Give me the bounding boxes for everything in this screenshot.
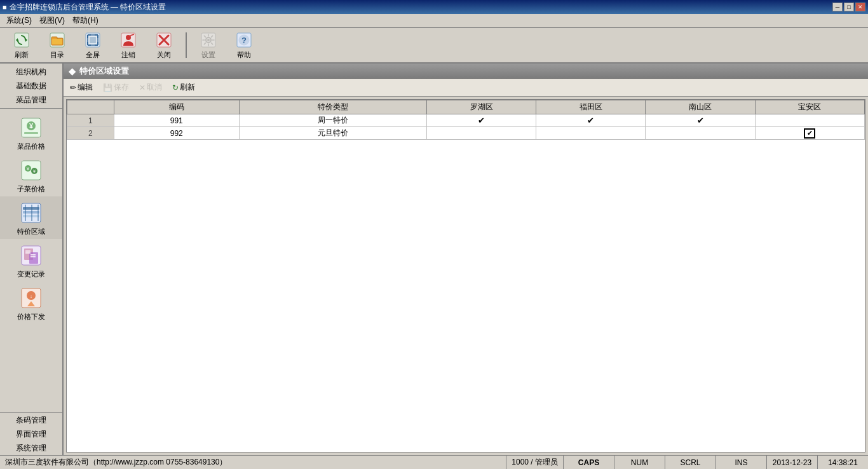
row1-nanshan[interactable]: ✔: [646, 114, 755, 127]
toolbar-help-button[interactable]: ? 帮助: [227, 30, 261, 60]
toolbar-fullscreen-button[interactable]: 全屏: [76, 30, 109, 60]
row2-luohu[interactable]: [426, 127, 536, 140]
submenu-icon: ¥ ¥: [18, 158, 44, 183]
sidebar-top-section: 组织机构 基础数据 菜品管理: [0, 64, 62, 109]
titlebar: ■ 金宇招牌连锁店后台管理系统 — 特价区域设置 ─ □ ✕: [0, 0, 868, 14]
row1-baoan[interactable]: [755, 114, 864, 127]
toolbar-logout-label: 注销: [121, 50, 135, 60]
toolbar-separator: [186, 32, 187, 58]
toolbar-refresh-label: 刷新: [15, 50, 29, 60]
toolbar-logout-button[interactable]: 注销: [112, 30, 145, 60]
toolbar-settings-label: 设置: [201, 50, 215, 60]
app-icon: ■: [3, 3, 7, 11]
row2-baoan-cell[interactable]: ✔: [755, 127, 864, 140]
help-icon: ?: [235, 31, 253, 49]
toolbar-catalog-button[interactable]: 目录: [41, 30, 74, 60]
toolbar-refresh-button[interactable]: 刷新: [5, 30, 38, 60]
panel-refresh-label: 刷新: [180, 82, 195, 93]
sidebar-item-pricepush[interactable]: ↓ 价格下发: [0, 282, 62, 324]
col-nanshan: 南山区: [646, 100, 755, 114]
toolbar-fullscreen-label: 全屏: [86, 50, 100, 60]
svg-rect-9: [90, 37, 96, 43]
toolbar-help-label: 帮助: [237, 50, 251, 60]
svg-text:¥: ¥: [32, 168, 36, 174]
menu-view[interactable]: 视图(V): [36, 14, 69, 27]
sidebar-item-sysmanage[interactable]: 系统管理: [0, 441, 62, 455]
folder-icon: [48, 31, 66, 49]
status-user-info: 1000 / 管理员: [506, 456, 563, 469]
sidebar-item-dishprice-label: 菜品价格: [17, 142, 45, 151]
row1-futian[interactable]: ✔: [536, 114, 646, 127]
table-row[interactable]: 1 991 周一特价 ✔ ✔ ✔: [67, 114, 865, 127]
row2-futian[interactable]: [536, 127, 646, 140]
sidebar-item-dishprice[interactable]: ¥ 菜品价格: [0, 111, 62, 154]
toolbar-close-label: 关闭: [157, 50, 171, 60]
svg-rect-26: [22, 161, 41, 180]
close-icon: [155, 31, 173, 49]
minimize-button[interactable]: ─: [832, 3, 843, 11]
changelog-icon: [18, 243, 44, 268]
menu-help[interactable]: 帮助(H): [69, 14, 102, 27]
row2-type: 元旦特价: [239, 127, 426, 140]
svg-rect-37: [29, 252, 38, 264]
toolbar: 刷新 目录 全屏: [0, 28, 868, 64]
row2-nanshan[interactable]: [646, 127, 755, 140]
toolbar-settings-button: 设置: [192, 30, 225, 60]
panel-toolbar: ✏ 编辑 💾 保存 ✕ 取消 ↻ 刷新: [64, 79, 868, 97]
svg-text:↓: ↓: [30, 293, 33, 299]
main-layout: 组织机构 基础数据 菜品管理 ¥ 菜品价格: [0, 64, 868, 455]
sidebar-item-special[interactable]: 特价区域: [0, 196, 62, 239]
panel-header: ◆ 特价区域设置: [64, 64, 868, 79]
col-luohu: 罗湖区: [426, 100, 536, 114]
sidebar-item-changelog-label: 变更记录: [17, 269, 45, 279]
col-baoan: 宝安区: [755, 100, 864, 114]
panel-cancel-button: ✕ 取消: [135, 81, 166, 95]
sidebar-item-special-label: 特价区域: [17, 227, 45, 236]
close-button[interactable]: ✕: [855, 3, 865, 11]
sidebar-item-submenu[interactable]: ¥ ¥ 子菜价格: [0, 154, 62, 196]
status-scrl: SCRL: [665, 456, 715, 469]
panel-edit-label: 编辑: [78, 82, 93, 93]
panel-edit-button[interactable]: ✏ 编辑: [66, 81, 97, 95]
sidebar-item-pricepush-label: 价格下发: [17, 312, 45, 322]
sidebar-item-basedata[interactable]: 基础数据: [0, 79, 62, 93]
svg-point-18: [207, 39, 210, 41]
titlebar-title: ■ 金宇招牌连锁店后台管理系统 — 特价区域设置: [3, 2, 166, 13]
sidebar-item-changelog[interactable]: 变更记录: [0, 239, 62, 282]
sidebar-item-barcode[interactable]: 条码管理: [0, 413, 62, 427]
toolbar-close-button[interactable]: 关闭: [147, 30, 180, 60]
menu-system[interactable]: 系统(S): [3, 14, 36, 27]
status-num: NUM: [614, 456, 665, 469]
sidebar-item-submenu-label: 子菜价格: [17, 184, 45, 194]
status-time: 14:38:21: [817, 456, 868, 469]
sidebar-spacer: [0, 324, 62, 412]
status-main-text: 深圳市三度软件有限公司（http://www.jzzp.com 0755-836…: [0, 457, 506, 468]
sidebar-item-uimanage[interactable]: 界面管理: [0, 427, 62, 441]
sidebar-item-org[interactable]: 组织机构: [0, 65, 62, 79]
sidebar-item-dishmanage[interactable]: 菜品管理: [0, 93, 62, 107]
maximize-button[interactable]: □: [844, 3, 854, 11]
panel-header-icon: ◆: [69, 66, 76, 76]
fullscreen-icon: [84, 31, 102, 49]
statusbar: 深圳市三度软件有限公司（http://www.jzzp.com 0755-836…: [0, 455, 868, 469]
table-row[interactable]: 2 992 元旦特价 ✔: [67, 127, 865, 140]
panel-refresh-icon: ↻: [172, 83, 179, 92]
row2-num: 2: [67, 127, 114, 140]
toolbar-catalog-label: 目录: [50, 50, 64, 60]
menubar: 系统(S) 视图(V) 帮助(H): [0, 14, 868, 28]
svg-point-11: [126, 35, 131, 40]
sidebar-bottom-section: 条码管理 界面管理 系统管理: [0, 412, 62, 455]
row2-baoan-checkbox[interactable]: ✔: [804, 128, 815, 139]
cancel-icon: ✕: [139, 83, 146, 92]
panel-refresh-button[interactable]: ↻ 刷新: [168, 81, 199, 95]
table-container: 编码 特价类型 罗湖区 福田区 南山区 宝安区 1 991 周一特价 ✔: [66, 99, 865, 452]
row1-luohu[interactable]: ✔: [426, 114, 536, 127]
app-title: 金宇招牌连锁店后台管理系统 — 特价区域设置: [10, 2, 166, 13]
logout-icon: [119, 31, 137, 49]
status-date: 2013-12-23: [766, 456, 817, 469]
content: ◆ 特价区域设置 ✏ 编辑 💾 保存 ✕ 取消 ↻ 刷新: [64, 64, 868, 455]
row2-code: 992: [114, 127, 239, 140]
panel-cancel-label: 取消: [147, 82, 162, 93]
svg-rect-25: [24, 132, 38, 134]
edit-icon: ✏: [70, 83, 76, 92]
